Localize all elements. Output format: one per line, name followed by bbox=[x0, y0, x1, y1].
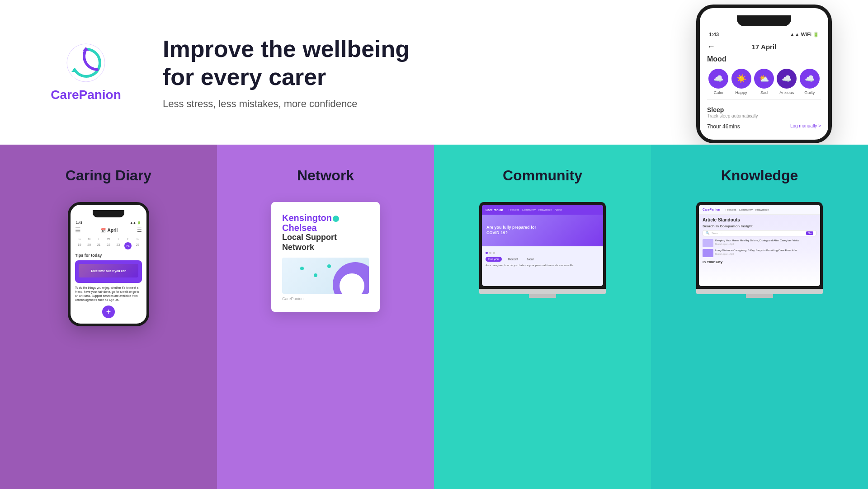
sleep-section: Sleep Track sleep automatically 7hour 46… bbox=[707, 104, 821, 132]
big-c-inner bbox=[340, 273, 364, 294]
quadrant-community: Community CarePanion Features Community … bbox=[434, 145, 651, 489]
community-header-bar: CarePanion Features Community Knowledge … bbox=[482, 205, 603, 215]
mood-item-sad[interactable]: ⛅ Sad bbox=[754, 69, 774, 95]
divider bbox=[707, 99, 821, 100]
knowledge-laptop-display: CarePanion Features Community Knowledge … bbox=[699, 205, 820, 286]
knowledge-laptop-base bbox=[696, 289, 823, 294]
top-section: CarePanion Improve the wellbeing for eve… bbox=[0, 0, 868, 145]
diary-phone-status: 1:43 ▲▲ 🔋 bbox=[75, 221, 142, 226]
diary-header: ☰ 📅 April ☰ bbox=[75, 226, 142, 234]
log-manually[interactable]: Log manually > bbox=[790, 123, 821, 128]
phone-nav: ← 17 April bbox=[707, 41, 821, 55]
map-dot-2 bbox=[314, 273, 317, 277]
list-icon[interactable]: ☰ bbox=[137, 227, 142, 233]
network-dot bbox=[333, 216, 339, 222]
logo-area: CarePanion bbox=[36, 42, 136, 102]
knowledge-article-2: Long-Distance Caregiving: 5 Key Steps to… bbox=[703, 249, 816, 257]
phone-status-bar: 1:43 ▲▲ WiFi 🔋 bbox=[707, 32, 821, 41]
community-tabs: For you Recent Near bbox=[486, 257, 599, 262]
knowledge-articles: Keeping Your Home Healthy Before, During… bbox=[703, 239, 816, 257]
mood-item-guilty[interactable]: ☁️ Guilty bbox=[800, 69, 820, 95]
knowledge-body: Article Standouts Search in Companion In… bbox=[699, 215, 820, 286]
community-tab-near[interactable]: Near bbox=[524, 257, 537, 262]
add-fab-button[interactable]: + bbox=[102, 306, 115, 318]
diary-phone-notch bbox=[93, 210, 124, 217]
community-hero: Are you fully prepared for COVID-19? bbox=[482, 215, 603, 246]
mood-item-calm[interactable]: ☁️ Calm bbox=[708, 69, 728, 95]
knowledge-search-bar[interactable]: 🔍 Search... Go bbox=[703, 230, 816, 236]
network-map bbox=[282, 258, 369, 294]
tip-card: Take time out if you can bbox=[75, 260, 142, 283]
community-laptop-screen: CarePanion Features Community Knowledge … bbox=[479, 202, 606, 289]
quadrant-caring-diary: Caring Diary 1:43 ▲▲ 🔋 ☰ 📅 April ☰ S M bbox=[0, 145, 217, 489]
search-icon: 🔍 bbox=[706, 231, 710, 235]
knowledge-laptop: CarePanion Features Community Knowledge … bbox=[696, 202, 823, 298]
mood-item-anxious[interactable]: ☁️ Anxious bbox=[777, 69, 797, 95]
knowledge-header-bar: CarePanion Features Community Knowledge bbox=[699, 205, 820, 215]
phone-mockup-top: 1:43 ▲▲ WiFi 🔋 ← 17 April Mood ☁️ Calm ☀… bbox=[696, 5, 832, 143]
diary-calendar: S M T W T F S 19 20 21 22 23 24 25 bbox=[75, 236, 142, 249]
phone-notch bbox=[737, 15, 791, 26]
back-arrow: ← bbox=[707, 42, 715, 52]
calendar-icon: 📅 bbox=[100, 228, 106, 233]
map-dot-1 bbox=[300, 267, 304, 270]
network-kensington: Kensington Chelsea bbox=[282, 213, 369, 233]
network-local: Local Support Network bbox=[282, 233, 369, 252]
network-footer: CarePanion bbox=[282, 296, 369, 301]
community-laptop: CarePanion Features Community Knowledge … bbox=[479, 202, 606, 298]
map-dot-3 bbox=[327, 264, 331, 268]
today-cell[interactable]: 24 bbox=[124, 242, 132, 249]
community-body: For you Recent Near As a caregiver, how … bbox=[482, 246, 603, 271]
mood-item-happy[interactable]: ☀️ Happy bbox=[731, 69, 751, 95]
quadrant-network: Network Kensington Chelsea Local Support… bbox=[217, 145, 434, 489]
menu-icon[interactable]: ☰ bbox=[75, 226, 81, 234]
knowledge-title: Knowledge bbox=[721, 167, 798, 184]
laptop-stand bbox=[529, 294, 556, 298]
community-indicator-dots bbox=[486, 252, 599, 254]
community-laptop-display: CarePanion Features Community Knowledge … bbox=[482, 205, 603, 286]
carepanion-logo-icon bbox=[66, 42, 106, 83]
tip-description: To do the things you enjoy, whether it's… bbox=[75, 286, 142, 302]
tips-title: Tips for today bbox=[75, 253, 142, 258]
diary-phone-mockup: 1:43 ▲▲ 🔋 ☰ 📅 April ☰ S M T W T F S bbox=[68, 202, 149, 326]
mood-section-title: Mood bbox=[707, 55, 821, 63]
mood-icons-row: ☁️ Calm ☀️ Happy ⛅ Sad ☁️ Anxious bbox=[707, 69, 821, 95]
bottom-section: Caring Diary 1:43 ▲▲ 🔋 ☰ 📅 April ☰ S M bbox=[0, 145, 868, 489]
network-card: Kensington Chelsea Local Support Network… bbox=[271, 202, 380, 312]
quadrant-knowledge: Knowledge CarePanion Features Community … bbox=[651, 145, 868, 489]
caring-diary-title: Caring Diary bbox=[66, 167, 151, 184]
laptop-base bbox=[479, 289, 606, 294]
network-logo: Kensington Chelsea Local Support Network bbox=[282, 213, 369, 252]
knowledge-laptop-screen: CarePanion Features Community Knowledge … bbox=[696, 202, 823, 289]
community-nav: Features Community Knowledge About bbox=[509, 208, 561, 211]
tip-card-image: Take time out if you can bbox=[79, 264, 138, 277]
search-button[interactable]: Go bbox=[806, 231, 813, 235]
logo-text: CarePanion bbox=[51, 88, 121, 102]
knowledge-article-1: Keeping Your Home Healthy Before, During… bbox=[703, 239, 816, 247]
sleep-time: 7hour 46mins bbox=[707, 121, 740, 131]
community-tab-for-you[interactable]: For you bbox=[486, 257, 502, 262]
search-label: Search in Companion Insight bbox=[703, 224, 816, 228]
community-title: Community bbox=[503, 167, 582, 184]
sleep-row: 7hour 46mins Log manually > bbox=[707, 121, 821, 131]
network-title: Network bbox=[297, 167, 354, 184]
knowledge-nav: Features Community Knowledge bbox=[726, 208, 769, 211]
article-thumb-2 bbox=[703, 249, 713, 257]
article-thumb-1 bbox=[703, 239, 713, 247]
knowledge-laptop-stand bbox=[746, 294, 773, 298]
in-your-city-label: In Your City bbox=[703, 260, 816, 264]
community-tab-recent[interactable]: Recent bbox=[505, 257, 521, 262]
